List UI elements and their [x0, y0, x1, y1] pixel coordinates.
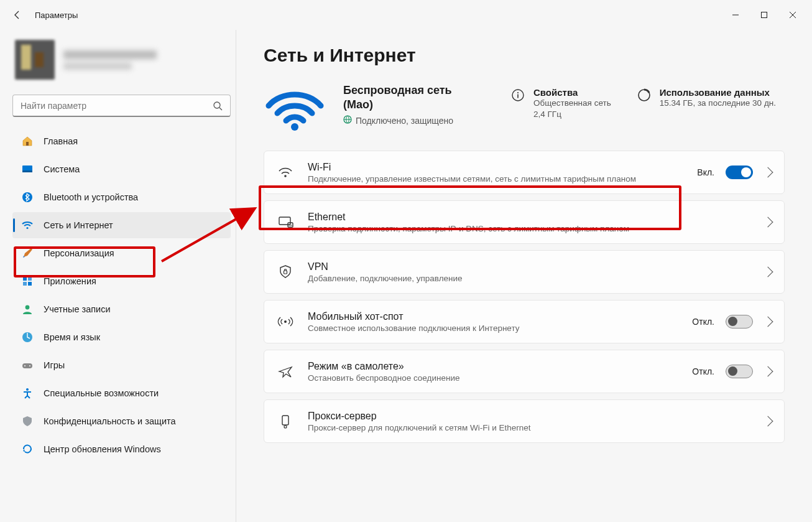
back-button[interactable] [5, 2, 30, 27]
bluetooth-icon [21, 191, 34, 203]
nav-home[interactable]: Главная [12, 128, 231, 154]
connection-info[interactable]: Беспроводная сеть(Mao) Подключено, защищ… [343, 83, 492, 126]
chevron-right-icon [763, 167, 773, 178]
card-title: Мобильный хот-спот [308, 311, 678, 322]
nav-accounts[interactable]: Учетные записи [12, 296, 231, 322]
svg-rect-23 [517, 95, 519, 98]
nav-accessibility[interactable]: Специальные возможности [12, 380, 231, 406]
nav-label: Bluetooth и устройства [44, 192, 138, 202]
svg-rect-30 [282, 416, 288, 425]
card-title: Прокси-сервер [308, 411, 750, 422]
svg-line-3 [219, 108, 222, 110]
svg-point-25 [284, 175, 287, 177]
minimize-button[interactable] [721, 5, 750, 25]
accessibility-icon [21, 387, 34, 399]
wifi-icon [277, 164, 294, 181]
nav-label: Игры [44, 360, 65, 370]
nav-label: Центр обновления Windows [44, 444, 161, 454]
nav-network[interactable]: Сеть и Интернет [12, 212, 231, 238]
card-wifi[interactable]: Wi-Fi Подключение, управление известными… [264, 151, 785, 194]
svg-point-22 [517, 92, 519, 93]
svg-point-16 [24, 365, 25, 366]
svg-point-18 [26, 388, 29, 391]
card-hotspot[interactable]: Мобильный хот-спот Совместное использова… [264, 300, 785, 343]
nav-label: Главная [44, 136, 78, 146]
hotspot-state-label: Откл. [692, 317, 714, 327]
svg-rect-6 [22, 170, 32, 172]
svg-point-2 [214, 102, 220, 108]
nav-personalization[interactable]: Персонализация [12, 240, 231, 266]
nav-label: Время и язык [44, 332, 100, 342]
nav-apps[interactable]: Приложения [12, 268, 231, 294]
hotspot-toggle[interactable] [726, 315, 753, 329]
data-usage-title: Использование данных [660, 87, 776, 98]
hotspot-icon [277, 313, 294, 330]
info-icon [510, 87, 526, 103]
connection-status-row: Беспроводная сеть(Mao) Подключено, защищ… [264, 83, 785, 133]
nav-update[interactable]: Центр обновления Windows [12, 436, 231, 462]
svg-rect-28 [284, 271, 287, 274]
card-title: Ethernet [308, 212, 750, 223]
card-proxy[interactable]: Прокси-сервер Прокси-сервер для подключе… [264, 399, 785, 443]
svg-point-17 [29, 365, 30, 366]
chart-donut-icon [636, 87, 652, 103]
svg-rect-12 [28, 282, 32, 286]
connection-status: Подключено, защищено [356, 116, 453, 126]
search-input[interactable] [21, 101, 213, 111]
card-desc: Совместное использование подключения к И… [308, 324, 678, 333]
nav-label: Специальные возможности [44, 388, 159, 398]
profile-text [63, 50, 157, 70]
gamepad-icon [21, 359, 34, 371]
card-desc: Прокси-сервер для подключений к сетям Wi… [308, 423, 750, 432]
nav-gaming[interactable]: Игры [12, 352, 231, 378]
close-button[interactable] [778, 5, 807, 25]
nav-privacy[interactable]: Конфиденциальность и защита [12, 408, 231, 434]
card-desc: Добавление, подключение, управление [308, 274, 750, 283]
svg-point-29 [284, 320, 287, 323]
wifi-icon [21, 219, 34, 231]
home-icon [21, 135, 34, 147]
airplane-icon [277, 363, 294, 380]
nav-bluetooth[interactable]: Bluetooth и устройства [12, 184, 231, 210]
nav-system[interactable]: Система [12, 156, 231, 182]
profile-block[interactable] [12, 40, 231, 80]
chevron-right-icon [763, 267, 773, 277]
nav-time[interactable]: Время и язык [12, 324, 231, 350]
brush-icon [21, 247, 34, 259]
card-airplane[interactable]: Режим «в самолете» Остановить беспроводн… [264, 350, 785, 393]
shield-icon [21, 415, 34, 427]
wifi-large-icon [264, 83, 326, 133]
data-usage-line1: 15.34 ГБ, за последние 30 дн. [660, 98, 776, 109]
svg-point-13 [25, 305, 30, 310]
card-ethernet[interactable]: Ethernet Проверка подлинности, параметры… [264, 200, 785, 244]
nav-label: Система [44, 164, 80, 174]
nav-label: Приложения [44, 276, 96, 286]
nav-list: Главная Система Bluetooth и устройства С… [12, 128, 231, 462]
nav-label: Персонализация [44, 248, 114, 258]
properties-block[interactable]: Свойства Общественная сеть 2,4 ГГц [510, 83, 611, 120]
avatar [15, 40, 55, 80]
card-vpn[interactable]: VPN Добавление, подключение, управление [264, 250, 785, 294]
svg-rect-9 [23, 277, 27, 281]
maximize-button[interactable] [750, 5, 778, 25]
chevron-right-icon [763, 317, 773, 327]
svg-rect-10 [28, 277, 32, 281]
search-icon [213, 101, 223, 111]
wifi-state-label: Вкл. [697, 167, 714, 177]
update-icon [21, 443, 34, 455]
chevron-right-icon [763, 217, 773, 228]
card-desc: Подключение, управление известными сетям… [308, 174, 683, 184]
titlebar: Параметры [0, 0, 812, 30]
svg-point-31 [284, 426, 287, 428]
proxy-icon [277, 412, 294, 430]
system-icon [21, 163, 34, 175]
airplane-toggle[interactable] [726, 365, 753, 378]
card-desc: Проверка подлинности, параметры IP-и DNS… [308, 224, 750, 233]
search-box[interactable] [12, 95, 231, 117]
svg-point-19 [291, 123, 298, 131]
data-usage-block[interactable]: Использование данных 15.34 ГБ, за послед… [636, 83, 776, 109]
wifi-toggle[interactable] [726, 165, 753, 179]
svg-rect-1 [762, 12, 767, 18]
card-title: Wi-Fi [308, 162, 683, 173]
page-title: Сеть и Интернет [264, 45, 785, 66]
